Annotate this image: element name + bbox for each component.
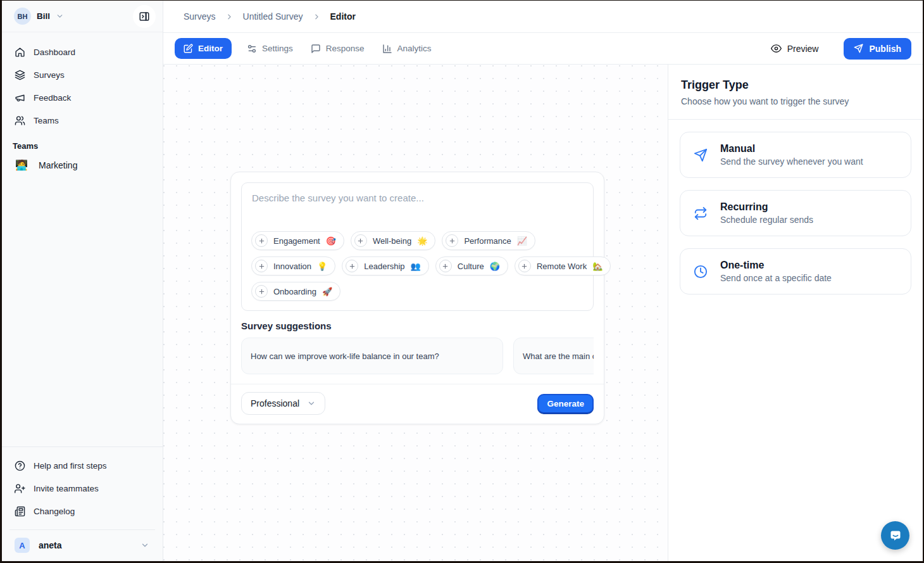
suggestions-row: How can we improve work-life balance in … [241, 338, 594, 374]
option-description: Send the survey whenever you want [720, 156, 863, 167]
chevron-down-icon [140, 541, 149, 550]
workspace-switcher[interactable]: BH Bill [2, 1, 163, 32]
chip-label: Innovation [273, 262, 311, 271]
trigger-option-recurring[interactable]: Recurring Schedule regular sends [680, 190, 911, 236]
breadcrumb-surveys[interactable]: Surveys [184, 11, 216, 22]
newspaper-icon [15, 506, 25, 517]
survey-description-input[interactable] [242, 183, 593, 231]
send-icon [854, 44, 863, 53]
prompt-composer: Engagement 🎯 Well-being 🌟 [241, 182, 594, 311]
sidebar-item-surveys[interactable]: Surveys [9, 64, 155, 85]
suggestion-card[interactable]: What are the main ob [513, 338, 594, 374]
chip-emoji: 🚀 [322, 287, 332, 296]
sidebar-item-invite[interactable]: Invite teammates [9, 478, 155, 499]
chip-performance[interactable]: Performance 📈 [442, 231, 535, 250]
plus-icon [446, 234, 458, 247]
chevron-down-icon [56, 12, 64, 20]
chip-emoji: 🎯 [326, 236, 336, 246]
trigger-option-manual[interactable]: Manual Send the survey whenever you want [680, 132, 911, 178]
clock-icon [694, 265, 708, 279]
chip-leadership[interactable]: Leadership 👥 [342, 256, 429, 275]
plus-icon [354, 234, 367, 247]
publish-button[interactable]: Publish [844, 38, 911, 60]
chevron-right-icon [313, 13, 321, 21]
send-icon [694, 148, 708, 162]
tab-editor[interactable]: Editor [175, 38, 232, 59]
option-description: Schedule regular sends [720, 215, 813, 225]
plus-icon [439, 260, 452, 272]
plus-icon [255, 234, 268, 247]
teams-section-heading: Teams [13, 141, 163, 151]
chip-label: Engagement [273, 236, 320, 246]
generate-button[interactable]: Generate [537, 394, 594, 414]
panel-title: Trigger Type [681, 79, 910, 92]
chat-bubble-icon [888, 528, 903, 543]
trigger-type-panel: Trigger Type Choose how you want to trig… [668, 65, 923, 561]
sidebar-item-teams[interactable]: Teams [9, 110, 155, 131]
tab-label: Editor [198, 44, 223, 53]
breadcrumb-editor: Editor [330, 11, 356, 22]
sidebar-item-changelog[interactable]: Changelog [9, 500, 155, 522]
suggestion-card[interactable]: How can we improve work-life balance in … [241, 338, 503, 374]
tone-select[interactable]: Professional [241, 392, 325, 415]
suggestions-heading: Survey suggestions [241, 320, 594, 331]
chip-engagement[interactable]: Engagement 🎯 [251, 231, 344, 250]
editor-canvas[interactable]: Engagement 🎯 Well-being 🌟 [163, 65, 668, 561]
preview-label: Preview [787, 44, 819, 54]
generator-footer: Professional Generate [231, 384, 604, 424]
tone-selected-value: Professional [251, 398, 299, 408]
chip-label: Remote Work [537, 262, 587, 271]
survey-generator-card: Engagement 🎯 Well-being 🌟 [230, 172, 604, 424]
chip-innovation[interactable]: Innovation 💡 [251, 256, 335, 275]
chip-onboarding[interactable]: Onboarding 🚀 [251, 282, 340, 301]
plus-icon [518, 260, 531, 272]
help-circle-icon [15, 460, 25, 471]
sidebar-team-marketing[interactable]: 🧑‍💻 Marketing [9, 153, 155, 177]
tab-response[interactable]: Response [308, 39, 367, 59]
chip-remote-work[interactable]: Remote Work 🏡 [515, 256, 611, 275]
sidebar-item-label: Feedback [34, 93, 71, 103]
chip-well-being[interactable]: Well-being 🌟 [351, 231, 435, 250]
preview-button[interactable]: Preview [771, 43, 819, 54]
panel-toggle-icon [139, 11, 150, 22]
chip-emoji: 🌍 [490, 262, 500, 271]
sidebar-item-label: Surveys [34, 70, 65, 80]
breadcrumb-untitled-survey[interactable]: Untitled Survey [243, 11, 303, 22]
sidebar-item-feedback[interactable]: Feedback [9, 87, 155, 108]
option-title: Manual [720, 143, 863, 155]
sidebar-collapse-button[interactable] [133, 5, 156, 28]
user-plus-icon [15, 483, 25, 494]
workspace-avatar: BH [14, 8, 31, 25]
megaphone-icon [15, 92, 25, 103]
user-menu[interactable]: A aneta [9, 529, 155, 561]
sidebar: BH Bill Dashboard Surveys [2, 1, 163, 561]
tab-label: Response [326, 44, 365, 53]
publish-label: Publish [869, 44, 901, 54]
tab-settings[interactable]: Settings [244, 39, 296, 59]
user-name: aneta [39, 540, 62, 550]
sidebar-item-label: Changelog [34, 507, 75, 516]
pencil-square-icon [184, 44, 193, 53]
option-description: Send once at a specific date [720, 273, 832, 283]
tab-analytics[interactable]: Analytics [380, 39, 434, 59]
sliders-icon [247, 44, 257, 54]
chip-label: Leadership [364, 262, 404, 271]
chip-culture[interactable]: Culture 🌍 [435, 256, 508, 275]
sidebar-item-help[interactable]: Help and first steps [9, 455, 155, 476]
trigger-option-one-time[interactable]: One-time Send once at a specific date [680, 248, 911, 294]
team-emoji: 🧑‍💻 [15, 160, 28, 170]
trigger-panel-header: Trigger Type Choose how you want to trig… [668, 65, 923, 120]
sidebar-item-label: Help and first steps [34, 461, 107, 471]
sidebar-item-label: Dashboard [34, 47, 75, 57]
home-icon [15, 47, 25, 58]
sidebar-item-dashboard[interactable]: Dashboard [9, 41, 155, 63]
chat-launcher-button[interactable] [881, 521, 909, 550]
panel-subtitle: Choose how you want to trigger the surve… [681, 96, 910, 106]
option-title: Recurring [720, 201, 813, 213]
sidebar-nav: Dashboard Surveys Feedback Teams [2, 32, 163, 131]
sidebar-item-label: Teams [34, 116, 59, 125]
main-area: Surveys Untitled Survey Editor Editor Se… [163, 1, 923, 561]
plus-icon [255, 285, 268, 298]
chip-emoji: 💡 [317, 262, 327, 271]
users-icon [15, 115, 25, 126]
